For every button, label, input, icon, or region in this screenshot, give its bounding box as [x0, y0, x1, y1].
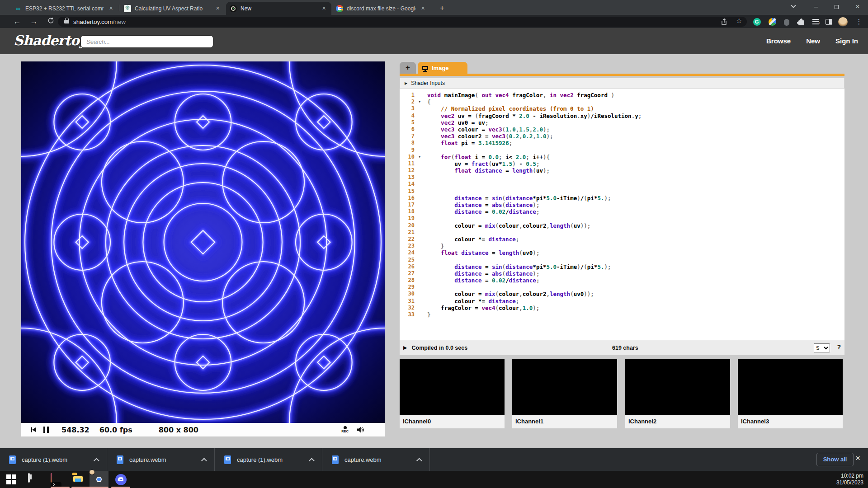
code-line[interactable] — [427, 147, 844, 154]
reload-button[interactable] — [45, 16, 56, 27]
code-line[interactable] — [427, 215, 844, 222]
code-line[interactable]: distance = abs(distance); — [427, 270, 844, 277]
grammarly-extension-icon[interactable]: G — [751, 16, 762, 27]
browser-menu-icon[interactable]: ⋮ — [854, 16, 864, 27]
code-line[interactable]: float distance = length(uv0); — [427, 249, 844, 256]
expand-errors-icon[interactable]: ▶ — [403, 345, 407, 351]
discord-app-icon[interactable] — [115, 474, 126, 485]
code-line[interactable] — [427, 181, 844, 188]
font-size-select[interactable]: S — [814, 343, 830, 352]
file-explorer-icon[interactable] — [72, 474, 83, 485]
shader-inputs-toggle[interactable]: ▶ Shader Inputs — [400, 78, 844, 89]
code-line[interactable]: for(float i = 0.0; i< 2.0; i++){ — [427, 154, 844, 160]
taskbar-clock[interactable]: 10:02 pm 31/05/2023 — [836, 473, 863, 486]
fold-marker-icon[interactable]: ▾ — [419, 99, 421, 105]
code-line[interactable]: vec3 colour2 = vec3(0.2,0.2,1.0); — [427, 133, 844, 140]
code-line[interactable] — [427, 229, 844, 236]
bug-extension-icon[interactable] — [781, 16, 792, 27]
download-item[interactable]: capture (1).webm — [215, 448, 322, 471]
code-line[interactable]: } — [427, 243, 844, 249]
extensions-puzzle-icon[interactable] — [796, 16, 807, 27]
tab-close-icon[interactable]: × — [320, 5, 328, 12]
code-line[interactable]: vec2 uv0 = uv; — [427, 119, 844, 126]
code-line[interactable]: distance = 0.02/distance; — [427, 277, 844, 284]
code-line[interactable]: } — [427, 311, 844, 318]
new-tab-button[interactable]: + — [437, 3, 448, 14]
code-line[interactable]: float pi = 3.1415926; — [427, 140, 844, 146]
code-line[interactable] — [427, 174, 844, 181]
address-bar[interactable]: shadertoy.com/new ☆ — [58, 17, 747, 27]
code-line[interactable]: colour = mix(colour,colour2,length(uv)); — [427, 222, 844, 229]
window-chevron-icon[interactable] — [784, 0, 802, 14]
side-panel-icon[interactable] — [823, 16, 834, 27]
help-button[interactable]: ? — [837, 343, 841, 351]
code-line[interactable] — [427, 257, 844, 263]
shadertoy-logo[interactable]: Shadertoy — [14, 33, 86, 48]
code-line[interactable]: colour *= distance; — [427, 298, 844, 305]
code-line[interactable]: vec3 colour = vec3(1.0,1.5,2.0); — [427, 126, 844, 133]
ichannel3-slot[interactable]: iChannel3 — [738, 359, 843, 428]
code-line[interactable]: float distance = length(uv); — [427, 167, 844, 174]
lock-icon[interactable] — [64, 19, 69, 24]
media-queue-icon[interactable]: ♪ — [810, 16, 821, 27]
code-line[interactable] — [427, 284, 844, 291]
nav-browse[interactable]: Browse — [766, 37, 791, 45]
ichannel0-slot[interactable]: iChannel0 — [400, 359, 505, 428]
code-line[interactable]: uv = fract(uv*1.5) - 0.5; — [427, 160, 844, 167]
volume-button[interactable] — [356, 426, 365, 434]
fullscreen-button[interactable] — [371, 427, 377, 433]
show-all-downloads-button[interactable]: Show all — [816, 453, 854, 466]
code-line[interactable]: void mainImage( out vec4 fragColor, in v… — [427, 92, 844, 99]
tab-close-icon[interactable]: × — [214, 5, 222, 12]
start-button[interactable] — [6, 474, 17, 485]
ichannel2-slot[interactable]: iChannel2 — [625, 359, 730, 428]
add-pass-button[interactable]: + — [400, 62, 416, 74]
tab-close-icon[interactable]: × — [107, 5, 115, 12]
fold-marker-icon[interactable]: ▾ — [419, 154, 421, 160]
shader-canvas[interactable] — [21, 61, 385, 423]
window-restore-button[interactable] — [827, 0, 845, 14]
download-item[interactable]: capture.webm — [108, 448, 215, 471]
nav-new[interactable]: New — [806, 37, 820, 45]
record-button[interactable]: REC — [341, 426, 349, 433]
code-line[interactable] — [427, 188, 844, 195]
code-line[interactable]: distance = 0.02/distance; — [427, 208, 844, 215]
browser-tab-new-active[interactable]: New × — [226, 2, 331, 15]
browser-tab-esp32[interactable]: ∞ ESP32 + RS232 TTL serial commu × — [11, 2, 118, 15]
download-item[interactable]: capture.webm — [323, 448, 430, 471]
search-input[interactable] — [80, 35, 213, 48]
code-line[interactable]: distance = sin(distance*pi*5.0-iTime)/(p… — [427, 195, 844, 202]
download-item[interactable]: capture (1).webm — [0, 448, 107, 471]
code-lines[interactable]: void mainImage( out vec4 fragColor, in v… — [423, 89, 844, 340]
window-minimize-button[interactable]: – — [807, 0, 825, 14]
rewind-button[interactable] — [29, 426, 37, 433]
bookmark-star-icon[interactable]: ☆ — [736, 17, 744, 24]
code-line[interactable]: fragColor = vec4(colour,1.0); — [427, 305, 844, 311]
profile-avatar[interactable] — [837, 16, 848, 27]
nav-sign-in[interactable]: Sign In — [835, 37, 858, 45]
code-line[interactable]: distance = abs(distance); — [427, 202, 844, 208]
window-close-button[interactable]: × — [849, 0, 867, 14]
ichannel1-slot[interactable]: iChannel1 — [512, 359, 617, 428]
tab-close-icon[interactable]: × — [419, 5, 427, 12]
code-editor[interactable]: 12▾345678910▾111213141516171819202122232… — [400, 89, 844, 340]
browser-tab-discord-search[interactable]: discord max file size - Google Sea × — [332, 2, 430, 15]
code-line[interactable]: { — [427, 99, 844, 105]
chrome-app-icon[interactable] — [94, 474, 104, 485]
image-pass-tab[interactable]: Image — [418, 62, 467, 74]
code-line[interactable]: distance = sin(distance*pi*5.0-iTime)/(p… — [427, 263, 844, 270]
task-view-button[interactable] — [28, 474, 39, 485]
player-bar: 548.32 60.0 fps 800 x 800 REC — [21, 423, 385, 436]
downloads-close-icon[interactable]: × — [855, 453, 860, 463]
back-button[interactable]: ← — [12, 16, 23, 27]
terminal-app-icon[interactable] — [51, 474, 61, 485]
browser-tab-uv-aspect[interactable]: ❋ Calculating UV Aspect Ratio × — [120, 2, 225, 15]
code-line[interactable]: vec2 uv = (fragCoord * 2.0 - iResolution… — [427, 113, 844, 119]
pause-button[interactable] — [42, 427, 50, 433]
share-icon[interactable] — [721, 18, 728, 26]
forward-button[interactable]: → — [28, 16, 39, 27]
code-line[interactable]: colour = mix(colour,colour2,length(uv0))… — [427, 291, 844, 297]
code-line[interactable]: colour *= distance; — [427, 236, 844, 243]
code-line[interactable]: // Normalized pixel coordinates (from 0 … — [427, 105, 844, 112]
docs-offline-extension-icon[interactable] — [767, 16, 778, 27]
